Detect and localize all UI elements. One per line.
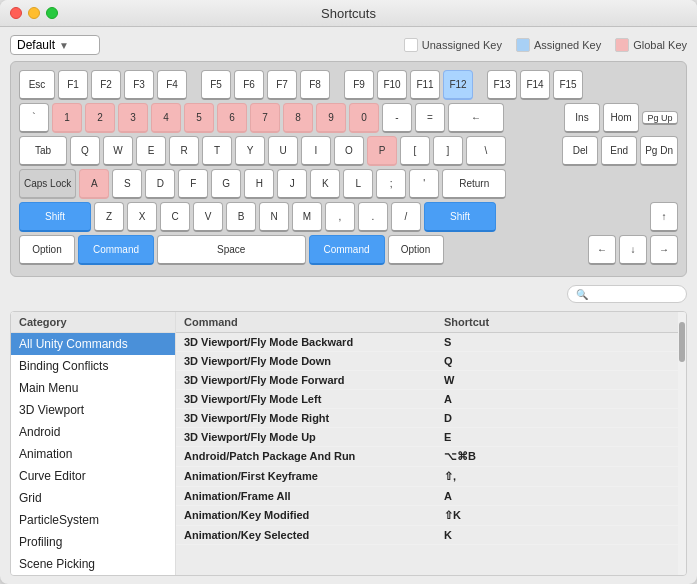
key-e[interactable]: E — [136, 136, 166, 166]
table-row[interactable]: Animation/First Keyframe ⇧, — [176, 467, 686, 487]
table-row[interactable]: 3D Viewport/Fly Mode Up E — [176, 428, 686, 447]
key-pgup[interactable]: Pg Up — [642, 111, 678, 125]
key-f9[interactable]: F9 — [344, 70, 374, 100]
key-l[interactable]: L — [343, 169, 373, 199]
key-o[interactable]: O — [334, 136, 364, 166]
key-f7[interactable]: F7 — [267, 70, 297, 100]
table-row[interactable]: Android/Patch Package And Run ⌥⌘B — [176, 447, 686, 467]
category-item-binding[interactable]: Binding Conflicts — [11, 355, 175, 377]
key-f14[interactable]: F14 — [520, 70, 550, 100]
key-lbracket[interactable]: [ — [400, 136, 430, 166]
key-period[interactable]: . — [358, 202, 388, 232]
table-row[interactable]: 3D Viewport/Fly Mode Forward W — [176, 371, 686, 390]
key-y[interactable]: Y — [235, 136, 265, 166]
key-del[interactable]: Del — [562, 136, 598, 166]
key-f13[interactable]: F13 — [487, 70, 517, 100]
table-row[interactable]: Animation/Frame All A — [176, 487, 686, 506]
key-a[interactable]: A — [79, 169, 109, 199]
close-button[interactable] — [10, 7, 22, 19]
key-arrow-left[interactable]: ← — [588, 235, 616, 265]
category-item-main-menu[interactable]: Main Menu — [11, 377, 175, 399]
key-f11[interactable]: F11 — [410, 70, 440, 100]
key-tab[interactable]: Tab — [19, 136, 67, 166]
category-item-3d-viewport[interactable]: 3D Viewport — [11, 399, 175, 421]
key-shift-right[interactable]: Shift — [424, 202, 496, 232]
profile-dropdown[interactable]: Default ▼ — [10, 35, 100, 55]
category-item-android[interactable]: Android — [11, 421, 175, 443]
key-arrow-right[interactable]: → — [650, 235, 678, 265]
key-return[interactable]: Return — [442, 169, 506, 199]
key-backtick[interactable]: ` — [19, 103, 49, 133]
key-quote[interactable]: ' — [409, 169, 439, 199]
key-f5[interactable]: F5 — [201, 70, 231, 100]
key-c[interactable]: C — [160, 202, 190, 232]
key-f6[interactable]: F6 — [234, 70, 264, 100]
table-row[interactable]: 3D Viewport/Fly Mode Right D — [176, 409, 686, 428]
key-arrow-up[interactable]: ↑ — [650, 202, 678, 232]
key-home[interactable]: Hom — [603, 103, 639, 133]
key-f8[interactable]: F8 — [300, 70, 330, 100]
key-f15[interactable]: F15 — [553, 70, 583, 100]
category-item-particle[interactable]: ParticleSystem — [11, 509, 175, 531]
category-item-grid[interactable]: Grid — [11, 487, 175, 509]
key-f1[interactable]: F1 — [58, 70, 88, 100]
key-equals[interactable]: = — [415, 103, 445, 133]
key-v[interactable]: V — [193, 202, 223, 232]
key-j[interactable]: J — [277, 169, 307, 199]
key-f2[interactable]: F2 — [91, 70, 121, 100]
key-q[interactable]: Q — [70, 136, 100, 166]
key-space[interactable]: Space — [157, 235, 306, 265]
key-semicolon[interactable]: ; — [376, 169, 406, 199]
key-2[interactable]: 2 — [85, 103, 115, 133]
key-p[interactable]: P — [367, 136, 397, 166]
key-backslash[interactable]: \ — [466, 136, 506, 166]
key-k[interactable]: K — [310, 169, 340, 199]
key-esc[interactable]: Esc — [19, 70, 55, 100]
key-u[interactable]: U — [268, 136, 298, 166]
key-comma[interactable]: , — [325, 202, 355, 232]
key-3[interactable]: 3 — [118, 103, 148, 133]
key-option-left[interactable]: Option — [19, 235, 75, 265]
table-row[interactable]: 3D Viewport/Fly Mode Down Q — [176, 352, 686, 371]
key-x[interactable]: X — [127, 202, 157, 232]
key-1[interactable]: 1 — [52, 103, 82, 133]
key-rbracket[interactable]: ] — [433, 136, 463, 166]
key-command-left[interactable]: Command — [78, 235, 154, 265]
key-f[interactable]: F — [178, 169, 208, 199]
key-f12[interactable]: F12 — [443, 70, 473, 100]
key-d[interactable]: D — [145, 169, 175, 199]
key-t[interactable]: T — [202, 136, 232, 166]
key-h[interactable]: H — [244, 169, 274, 199]
key-slash[interactable]: / — [391, 202, 421, 232]
key-end[interactable]: End — [601, 136, 637, 166]
category-item-curve-editor[interactable]: Curve Editor — [11, 465, 175, 487]
category-item-profiling[interactable]: Profiling — [11, 531, 175, 553]
key-8[interactable]: 8 — [283, 103, 313, 133]
key-f4[interactable]: F4 — [157, 70, 187, 100]
category-item-animation[interactable]: Animation — [11, 443, 175, 465]
key-w[interactable]: W — [103, 136, 133, 166]
key-shift-left[interactable]: Shift — [19, 202, 91, 232]
key-0[interactable]: 0 — [349, 103, 379, 133]
category-item-scene[interactable]: Scene Picking — [11, 553, 175, 575]
key-pgdn[interactable]: Pg Dn — [640, 136, 678, 166]
key-f3[interactable]: F3 — [124, 70, 154, 100]
minimize-button[interactable] — [28, 7, 40, 19]
key-arrow-down[interactable]: ↓ — [619, 235, 647, 265]
key-i[interactable]: I — [301, 136, 331, 166]
scrollbar-track[interactable] — [678, 312, 686, 575]
key-4[interactable]: 4 — [151, 103, 181, 133]
key-g[interactable]: G — [211, 169, 241, 199]
table-row[interactable]: 3D Viewport/Fly Mode Left A — [176, 390, 686, 409]
category-item-all[interactable]: All Unity Commands — [11, 333, 175, 355]
key-6[interactable]: 6 — [217, 103, 247, 133]
key-s[interactable]: S — [112, 169, 142, 199]
key-m[interactable]: M — [292, 202, 322, 232]
key-command-right[interactable]: Command — [309, 235, 385, 265]
table-row[interactable]: Animation/Key Modified ⇧K — [176, 506, 686, 526]
table-row[interactable]: 3D Viewport/Fly Mode Backward S — [176, 333, 686, 352]
key-b[interactable]: B — [226, 202, 256, 232]
key-minus[interactable]: - — [382, 103, 412, 133]
key-ins[interactable]: Ins — [564, 103, 600, 133]
key-option-right[interactable]: Option — [388, 235, 444, 265]
